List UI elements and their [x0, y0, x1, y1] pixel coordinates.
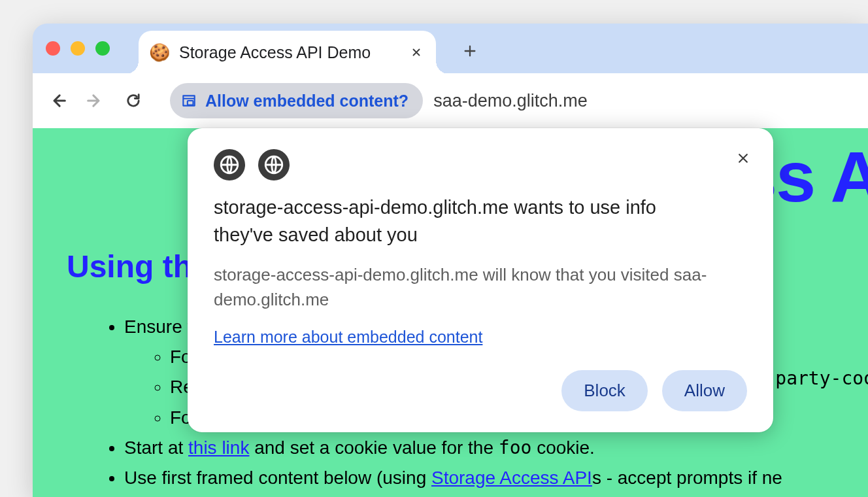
- allow-button[interactable]: Allow: [662, 370, 747, 411]
- back-button[interactable]: [44, 86, 73, 115]
- tab-favicon-icon: 🍪: [149, 43, 170, 63]
- learn-more-link[interactable]: Learn more about embedded content: [214, 328, 482, 347]
- reload-button[interactable]: [119, 86, 148, 115]
- block-button[interactable]: Block: [561, 370, 648, 411]
- code-foo: foo: [499, 437, 532, 458]
- popup-title: storage-access-api-demo.glitch.me wants …: [214, 194, 671, 248]
- storage-access-api-link[interactable]: Storage Access API: [431, 468, 592, 488]
- popup-close-button[interactable]: [731, 146, 755, 170]
- new-tab-button[interactable]: [458, 39, 482, 63]
- svg-rect-0: [188, 101, 193, 105]
- tab-title: Storage Access API Demo: [179, 43, 399, 62]
- permission-prompt: storage-access-api-demo.glitch.me wants …: [188, 128, 773, 432]
- window-minimize-button[interactable]: [71, 41, 85, 56]
- window-controls: [46, 41, 110, 56]
- window-maximize-button[interactable]: [95, 41, 110, 56]
- tab-close-button[interactable]: [409, 44, 424, 60]
- globe-icon: [214, 149, 245, 180]
- globe-icon: [258, 149, 290, 180]
- list-item: Start at this link and set a cookie valu…: [124, 433, 837, 463]
- popup-description: storage-access-api-demo.glitch.me will k…: [214, 263, 724, 312]
- permission-chip[interactable]: Allow embedded content?: [170, 83, 423, 118]
- toolbar: Allow embedded content? saa-demo.glitch.…: [33, 73, 868, 128]
- embedded-content-icon: [180, 92, 197, 109]
- permission-chip-label: Allow embedded content?: [205, 92, 409, 111]
- popup-actions: Block Allow: [214, 370, 747, 411]
- forward-button[interactable]: [80, 86, 108, 115]
- url-display: saa-demo.glitch.me: [433, 91, 588, 111]
- browser-tab[interactable]: 🍪 Storage Access API Demo: [139, 31, 436, 74]
- code-fragment: -party-coo: [764, 368, 868, 389]
- list-item: Use first framed content below (using St…: [124, 463, 837, 493]
- omnibox[interactable]: Allow embedded content? saa-demo.glitch.…: [170, 83, 856, 118]
- popup-site-icons: [214, 149, 747, 180]
- this-link[interactable]: this link: [188, 437, 249, 458]
- window-close-button[interactable]: [46, 41, 60, 56]
- tab-strip: 🍪 Storage Access API Demo: [33, 24, 868, 73]
